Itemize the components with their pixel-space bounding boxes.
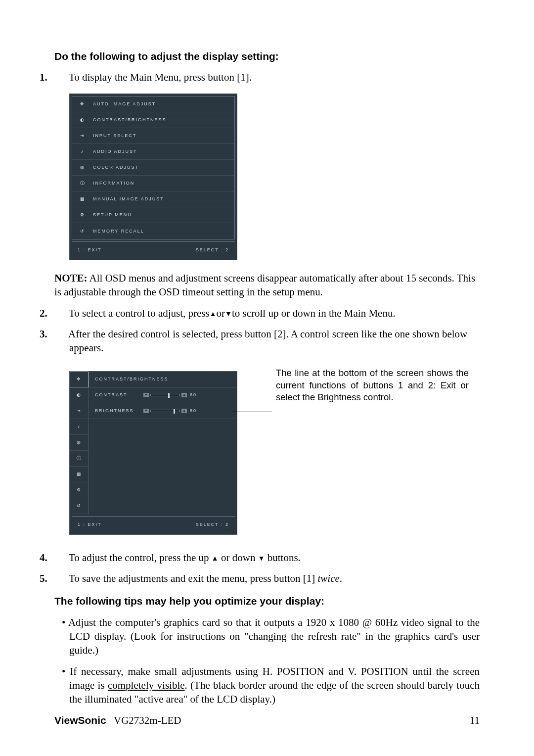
osd-contrast-brightness-screen: ✥ ◐ ⇥ ♪ ◍ ⓘ ▦ ⚙ ↺ CONTRAST/BRIGHTNESS CO…: [69, 371, 237, 535]
osd2-footer-exit: 1 : EXIT: [78, 521, 102, 527]
osd2-contrast-row: CONTRAST ▼ ▲ 60: [89, 387, 237, 403]
osd-item-label: COLOR ADJUST: [93, 164, 139, 170]
step-2-suffix: to scroll up or down in the Main Menu.: [232, 307, 396, 319]
step-1-text: To display the Main Menu, press button […: [69, 71, 252, 83]
down-triangle-icon: ▼: [258, 555, 265, 562]
up-triangle-icon: ▲: [210, 310, 217, 318]
color-icon: ◍: [70, 435, 89, 451]
input-select-icon: ⇥: [77, 133, 88, 139]
tip-1-text: Adjust the computer's graphics card so t…: [68, 616, 480, 657]
auto-adjust-icon: ✥: [70, 372, 89, 387]
osd-item-label: INPUT SELECT: [93, 133, 136, 139]
down-triangle-icon: ▼: [225, 310, 232, 318]
step-1-number: 1.: [54, 70, 66, 84]
callout-text: The line at the bottom of the screen sho…: [276, 367, 469, 404]
up-triangle-icon: ▲: [181, 393, 187, 397]
audio-icon: ♪: [77, 148, 88, 154]
osd-item-label: INFORMATION: [93, 180, 134, 186]
step-3-number: 3.: [54, 327, 66, 341]
callout-leader-line: [232, 412, 272, 412]
color-icon: ◍: [77, 164, 88, 170]
osd-footer-exit: 1 : EXIT: [78, 247, 102, 253]
step-2-number: 2.: [54, 306, 66, 320]
step-4-suffix: buttons.: [265, 552, 301, 564]
recall-icon: ↺: [70, 498, 89, 514]
osd-item-input-select: ⇥ INPUT SELECT: [72, 128, 234, 144]
heading-adjust-display: Do the following to adjust the display s…: [54, 49, 480, 63]
osd-item-memory-recall: ↺ MEMORY RECALL: [72, 223, 234, 239]
osd2-row-label: BRIGHTNESS: [95, 408, 139, 414]
step-5-emph: twice: [317, 572, 339, 584]
contrast-value: 60: [190, 392, 197, 398]
osd2-footer: 1 : EXIT SELECT : 2: [72, 516, 235, 532]
osd-footer-select: SELECT : 2: [196, 247, 229, 253]
brightness-value: 80: [190, 408, 197, 414]
osd-footer: 1 : EXIT SELECT : 2: [72, 241, 235, 258]
recall-icon: ↺: [77, 228, 88, 234]
step-5-suffix: .: [340, 572, 342, 584]
footer-brand-model: ViewSonic VG2732m-LED: [54, 713, 181, 727]
heading-optimize-tips: The following tips may help you optimize…: [54, 594, 480, 608]
osd-item-setup-menu: ⚙ SETUP MENU: [72, 207, 234, 223]
osd-item-label: AUDIO ADJUST: [93, 148, 137, 154]
page-footer: ViewSonic VG2732m-LED 11: [54, 713, 480, 727]
osd2-brightness-row: BRIGHTNESS ▼ ▲ 80: [89, 403, 237, 419]
step-1: 1. To display the Main Menu, press butto…: [54, 70, 480, 84]
note-text: All OSD menus and adjustment screens dis…: [54, 272, 475, 298]
footer-page-number: 11: [470, 713, 480, 727]
footer-model: VG2732m-LED: [114, 714, 181, 726]
footer-brand: ViewSonic: [54, 714, 106, 726]
contrast-icon: ◐: [70, 387, 89, 403]
step-4-prefix: To adjust the control, press the up: [69, 552, 212, 564]
osd-item-label: AUTO IMAGE ADJUST: [93, 101, 156, 107]
info-icon: ⓘ: [70, 451, 89, 467]
manual-adjust-icon: ▦: [77, 196, 88, 202]
step-5: 5. To save the adjustments and exit the …: [54, 571, 480, 585]
osd2-row-label: CONTRAST: [95, 392, 139, 398]
step-4-number: 4.: [54, 551, 66, 565]
step-5-number: 5.: [54, 571, 66, 585]
tip-2: If necessary, make small adjustments usi…: [54, 664, 480, 707]
osd-item-color-adjust: ◍ COLOR ADJUST: [72, 160, 234, 176]
osd-item-auto-image-adjust: ✥ AUTO IMAGE ADJUST: [72, 96, 234, 112]
input-select-icon: ⇥: [70, 403, 89, 419]
osd-item-label: CONTRAST/BRIGHTNESS: [93, 117, 167, 123]
info-icon: ⓘ: [77, 180, 88, 186]
osd-item-audio-adjust: ♪ AUDIO ADJUST: [72, 144, 234, 160]
manual-adjust-icon: ▦: [70, 467, 89, 482]
osd2-title: CONTRAST/BRIGHTNESS: [89, 372, 237, 387]
osd-item-label: SETUP MENU: [93, 212, 132, 218]
down-triangle-icon: ▼: [143, 393, 149, 397]
step-2: 2. To select a control to adjust, press▲…: [54, 306, 480, 320]
step-2-mid: or: [217, 307, 225, 319]
osd-side-icons: ✥ ◐ ⇥ ♪ ◍ ⓘ ▦ ⚙ ↺: [70, 372, 89, 514]
step-4: 4. To adjust the control, press the up ▲…: [54, 551, 480, 565]
tip-2-underline: completely visible: [108, 679, 185, 691]
note-label: NOTE:: [54, 272, 88, 284]
contrast-icon: ◐: [77, 117, 88, 123]
osd-main-menu: ✥ AUTO IMAGE ADJUST ◐ CONTRAST/BRIGHTNES…: [69, 94, 237, 260]
up-triangle-icon: ▲: [181, 409, 187, 413]
step-5-prefix: To save the adjustments and exit the men…: [69, 572, 318, 584]
tip-1: Adjust the computer's graphics card so t…: [54, 615, 480, 658]
audio-icon: ♪: [70, 419, 89, 435]
down-triangle-icon: ▼: [143, 409, 149, 413]
osd-item-label: MEMORY RECALL: [93, 228, 144, 234]
step-3-text: After the desired control is selected, p…: [68, 328, 467, 354]
osd-item-manual-image-adjust: ▦ MANUAL IMAGE ADJUST: [72, 191, 234, 207]
step-4-mid: or down: [219, 552, 258, 564]
osd-item-contrast-brightness: ◐ CONTRAST/BRIGHTNESS: [72, 112, 234, 128]
setup-icon: ⚙: [77, 212, 88, 218]
contrast-slider: ▼ ▲ 60: [143, 392, 197, 398]
up-triangle-icon: ▲: [212, 555, 219, 562]
osd2-footer-select: SELECT : 2: [196, 521, 229, 527]
step-2-prefix: To select a control to adjust, press: [69, 307, 210, 319]
note-block: NOTE: All OSD menus and adjustment scree…: [54, 271, 480, 299]
auto-adjust-icon: ✥: [77, 101, 88, 107]
step-3: 3. After the desired control is selected…: [54, 327, 480, 355]
setup-icon: ⚙: [70, 482, 89, 498]
osd-item-label: MANUAL IMAGE ADJUST: [93, 196, 164, 202]
brightness-slider: ▼ ▲ 80: [143, 408, 197, 414]
osd-item-information: ⓘ INFORMATION: [72, 176, 234, 191]
